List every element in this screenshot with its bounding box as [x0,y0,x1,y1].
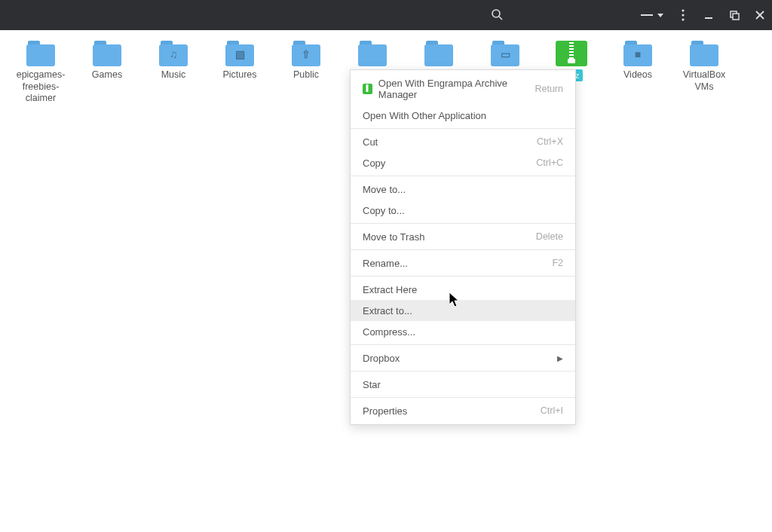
close-icon[interactable] [754,9,766,21]
menu-copy-to[interactable]: Copy to... [351,200,575,221]
menu-label: Dropbox [363,353,400,364]
view-mode-caret-icon[interactable] [657,14,663,17]
svg-point-0 [492,10,500,17]
menu-label: Move to Trash [363,231,424,243]
context-menu: Open With Engrampa Archive Manager Retur… [350,69,576,425]
menu-separator [351,223,575,224]
menu-separator [351,344,575,345]
archive-icon [556,41,587,66]
folder-icon: ♫ [158,41,189,66]
menu-accelerator: Return [535,84,563,94]
menu-label: Move to... [363,184,406,195]
menu-label: Open With Other Application [363,110,486,121]
menu-separator [351,128,575,129]
folder-item[interactable]: ■ Videos [605,38,671,108]
menu-label: Star [363,379,381,390]
menu-label: Open With Engrampa Archive Manager [378,78,535,100]
folder-item[interactable]: ⇧ Public [273,38,339,108]
menu-label: Copy to... [363,205,405,216]
folder-item[interactable]: ♫ Music [140,38,207,108]
folder-item[interactable]: epicgames-freebies-claimer [8,38,74,108]
menu-separator [351,276,575,277]
svg-rect-5 [705,17,712,19]
menu-rename[interactable]: Rename... F2 [351,252,575,274]
menu-accelerator: F2 [552,258,563,268]
folder-item[interactable]: Games [74,38,140,108]
folder-label: epicgames-freebies-claimer [9,69,72,105]
menu-compress[interactable]: Compress... [351,321,575,342]
menu-accelerator: Ctrl+X [537,136,563,147]
menu-open-with-other[interactable]: Open With Other Application [351,105,575,126]
menu-label: Cut [363,136,378,148]
svg-line-1 [499,17,502,20]
archive-app-icon [363,84,372,94]
menu-label: Extract Here [363,284,417,295]
folder-item[interactable]: ▧ Pictures [207,38,273,108]
menu-separator [351,249,575,250]
folder-icon: ■ [622,41,654,66]
menu-label: Properties [363,405,407,417]
menu-extract-here[interactable]: Extract Here [351,279,575,300]
svg-point-2 [682,9,684,11]
folder-icon [25,41,57,66]
menu-accelerator: Ctrl+C [536,157,563,168]
folder-icon: ▧ [224,41,256,66]
menu-label: Extract to... [363,305,412,316]
menu-separator [351,371,575,371]
menu-open-with-engrampa[interactable]: Open With Engrampa Archive Manager Retur… [351,73,575,105]
menu-extract-to[interactable]: Extract to... [351,300,575,321]
folder-label: Pictures [222,69,256,81]
folder-label: Music [161,69,186,81]
mouse-cursor-icon [449,292,461,309]
svg-marker-10 [449,292,458,307]
folder-label: Games [92,69,122,81]
svg-rect-7 [733,14,739,20]
folder-icon [357,41,388,66]
menu-copy[interactable]: Copy Ctrl+C [351,152,575,173]
submenu-arrow-icon: ▶ [557,354,563,362]
menu-accelerator: Delete [536,231,563,242]
folder-icon: ▭ [489,41,521,66]
view-mode-icon[interactable] [641,9,653,21]
menu-accelerator: Ctrl+I [541,405,563,416]
folder-label: Public [293,69,319,81]
minimize-icon[interactable] [703,9,715,21]
folder-icon [688,41,720,66]
maximize-icon[interactable] [728,9,740,21]
menu-label: Copy [363,157,385,169]
folder-icon [91,41,123,66]
menu-dropbox[interactable]: Dropbox ▶ [351,347,575,368]
svg-point-3 [682,14,684,16]
folder-item[interactable]: VirtualBox VMs [671,38,737,108]
menu-move-to-trash[interactable]: Move to Trash Delete [351,226,575,247]
menu-star[interactable]: Star [351,374,575,395]
menu-label: Rename... [363,258,408,269]
folder-icon: ⇧ [290,41,322,66]
folder-label: Videos [623,69,652,81]
menu-properties[interactable]: Properties Ctrl+I [351,400,575,421]
menu-move-to[interactable]: Move to... [351,179,575,200]
kebab-menu-icon[interactable] [677,9,689,21]
menu-separator [351,176,575,176]
menu-label: Compress... [363,326,415,338]
folder-icon [423,41,455,66]
search-icon[interactable] [491,8,503,20]
menu-separator [351,397,575,398]
svg-point-4 [682,18,684,20]
menu-cut[interactable]: Cut Ctrl+X [351,131,575,152]
titlebar [0,0,772,30]
folder-label: VirtualBox VMs [672,69,736,93]
